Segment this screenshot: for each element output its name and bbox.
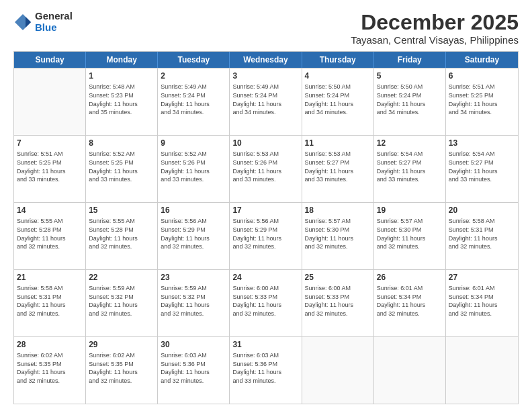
calendar-week: 7Sunrise: 5:51 AM Sunset: 5:25 PM Daylig… xyxy=(14,135,518,202)
calendar-header-day: Friday xyxy=(374,52,446,68)
day-number: 17 xyxy=(232,205,298,216)
day-info: Sunrise: 6:03 AM Sunset: 5:36 PM Dayligh… xyxy=(161,351,226,385)
day-number: 24 xyxy=(232,272,298,283)
day-info: Sunrise: 5:58 AM Sunset: 5:31 PM Dayligh… xyxy=(17,284,83,318)
day-number: 1 xyxy=(89,71,154,81)
calendar-cell: 15Sunrise: 5:55 AM Sunset: 5:28 PM Dayli… xyxy=(86,203,158,269)
calendar-week: 21Sunrise: 5:58 AM Sunset: 5:31 PM Dayli… xyxy=(14,269,518,336)
day-info: Sunrise: 5:55 AM Sunset: 5:28 PM Dayligh… xyxy=(89,217,154,250)
day-number: 3 xyxy=(232,71,298,81)
day-number: 4 xyxy=(305,71,371,81)
day-info: Sunrise: 5:58 AM Sunset: 5:31 PM Dayligh… xyxy=(449,217,515,250)
day-number: 18 xyxy=(305,205,371,216)
day-number: 29 xyxy=(89,339,154,350)
calendar-cell: 14Sunrise: 5:55 AM Sunset: 5:28 PM Dayli… xyxy=(14,203,86,269)
day-info: Sunrise: 5:54 AM Sunset: 5:27 PM Dayligh… xyxy=(377,150,443,183)
day-number: 23 xyxy=(161,272,226,283)
calendar-cell: 21Sunrise: 5:58 AM Sunset: 5:31 PM Dayli… xyxy=(14,270,86,336)
day-info: Sunrise: 6:03 AM Sunset: 5:36 PM Dayligh… xyxy=(232,351,298,385)
day-info: Sunrise: 6:00 AM Sunset: 5:33 PM Dayligh… xyxy=(232,284,298,318)
day-info: Sunrise: 5:50 AM Sunset: 5:24 PM Dayligh… xyxy=(377,83,443,116)
calendar-cell: 28Sunrise: 6:02 AM Sunset: 5:35 PM Dayli… xyxy=(14,337,86,404)
day-info: Sunrise: 5:53 AM Sunset: 5:26 PM Dayligh… xyxy=(232,150,298,183)
day-info: Sunrise: 6:02 AM Sunset: 5:35 PM Dayligh… xyxy=(17,351,83,385)
logo-blue: Blue xyxy=(35,22,73,34)
calendar: SundayMondayTuesdayWednesdayThursdayFrid… xyxy=(13,51,519,404)
calendar-cell: 9Sunrise: 5:52 AM Sunset: 5:26 PM Daylig… xyxy=(158,136,230,202)
day-info: Sunrise: 5:54 AM Sunset: 5:27 PM Dayligh… xyxy=(449,150,515,183)
day-number: 31 xyxy=(232,339,298,350)
calendar-cell xyxy=(302,337,374,404)
page-title: December 2025 xyxy=(351,11,519,34)
day-number: 25 xyxy=(305,272,371,283)
logo: General Blue xyxy=(13,11,73,33)
day-number: 22 xyxy=(89,272,154,283)
calendar-header-day: Tuesday xyxy=(158,52,230,68)
day-number: 8 xyxy=(89,138,154,148)
calendar-cell: 7Sunrise: 5:51 AM Sunset: 5:25 PM Daylig… xyxy=(14,136,86,202)
day-number: 2 xyxy=(161,71,226,81)
calendar-cell xyxy=(14,68,86,135)
day-number: 28 xyxy=(17,339,83,350)
day-number: 7 xyxy=(17,138,83,148)
logo-icon xyxy=(13,13,32,32)
day-number: 26 xyxy=(377,272,443,283)
calendar-week: 14Sunrise: 5:55 AM Sunset: 5:28 PM Dayli… xyxy=(14,202,518,269)
day-number: 14 xyxy=(17,205,83,216)
calendar-cell: 17Sunrise: 5:56 AM Sunset: 5:29 PM Dayli… xyxy=(230,203,302,269)
day-info: Sunrise: 6:01 AM Sunset: 5:34 PM Dayligh… xyxy=(449,284,515,318)
svg-marker-1 xyxy=(26,17,31,28)
calendar-cell: 4Sunrise: 5:50 AM Sunset: 5:24 PM Daylig… xyxy=(302,68,374,135)
calendar-cell: 20Sunrise: 5:58 AM Sunset: 5:31 PM Dayli… xyxy=(446,203,518,269)
day-number: 30 xyxy=(161,339,226,350)
day-number: 12 xyxy=(377,138,443,148)
calendar-cell: 5Sunrise: 5:50 AM Sunset: 5:24 PM Daylig… xyxy=(374,68,446,135)
day-info: Sunrise: 5:53 AM Sunset: 5:27 PM Dayligh… xyxy=(305,150,371,183)
day-info: Sunrise: 5:59 AM Sunset: 5:32 PM Dayligh… xyxy=(89,284,154,318)
calendar-cell: 19Sunrise: 5:57 AM Sunset: 5:30 PM Dayli… xyxy=(374,203,446,269)
calendar-cell: 25Sunrise: 6:00 AM Sunset: 5:33 PM Dayli… xyxy=(302,270,374,336)
day-number: 21 xyxy=(17,272,83,283)
calendar-cell: 24Sunrise: 6:00 AM Sunset: 5:33 PM Dayli… xyxy=(230,270,302,336)
calendar-header-day: Wednesday xyxy=(230,52,302,68)
day-number: 15 xyxy=(89,205,154,216)
day-info: Sunrise: 5:56 AM Sunset: 5:29 PM Dayligh… xyxy=(161,217,226,250)
calendar-week: 28Sunrise: 6:02 AM Sunset: 5:35 PM Dayli… xyxy=(14,336,518,404)
calendar-cell: 31Sunrise: 6:03 AM Sunset: 5:36 PM Dayli… xyxy=(230,337,302,404)
day-info: Sunrise: 5:49 AM Sunset: 5:24 PM Dayligh… xyxy=(232,83,298,116)
day-number: 6 xyxy=(449,71,515,81)
calendar-cell: 12Sunrise: 5:54 AM Sunset: 5:27 PM Dayli… xyxy=(374,136,446,202)
day-info: Sunrise: 5:51 AM Sunset: 5:25 PM Dayligh… xyxy=(17,150,83,183)
day-number: 16 xyxy=(161,205,226,216)
calendar-cell xyxy=(374,337,446,404)
calendar-cell: 22Sunrise: 5:59 AM Sunset: 5:32 PM Dayli… xyxy=(86,270,158,336)
title-block: December 2025 Tayasan, Central Visayas, … xyxy=(351,11,519,46)
calendar-cell: 23Sunrise: 5:59 AM Sunset: 5:32 PM Dayli… xyxy=(158,270,230,336)
calendar-cell: 6Sunrise: 5:51 AM Sunset: 5:25 PM Daylig… xyxy=(446,68,518,135)
day-info: Sunrise: 5:56 AM Sunset: 5:29 PM Dayligh… xyxy=(232,217,298,250)
day-info: Sunrise: 5:52 AM Sunset: 5:26 PM Dayligh… xyxy=(161,150,226,183)
calendar-cell: 8Sunrise: 5:52 AM Sunset: 5:25 PM Daylig… xyxy=(86,136,158,202)
day-number: 5 xyxy=(377,71,443,81)
day-info: Sunrise: 6:01 AM Sunset: 5:34 PM Dayligh… xyxy=(377,284,443,318)
day-info: Sunrise: 5:57 AM Sunset: 5:30 PM Dayligh… xyxy=(377,217,443,250)
day-number: 10 xyxy=(232,138,298,148)
calendar-cell: 29Sunrise: 6:02 AM Sunset: 5:35 PM Dayli… xyxy=(86,337,158,404)
day-info: Sunrise: 5:50 AM Sunset: 5:24 PM Dayligh… xyxy=(305,83,371,116)
calendar-cell: 3Sunrise: 5:49 AM Sunset: 5:24 PM Daylig… xyxy=(230,68,302,135)
calendar-cell: 1Sunrise: 5:48 AM Sunset: 5:23 PM Daylig… xyxy=(86,68,158,135)
page: General Blue December 2025 Tayasan, Cent… xyxy=(0,0,532,411)
day-number: 11 xyxy=(305,138,371,148)
day-number: 9 xyxy=(161,138,226,148)
calendar-cell: 18Sunrise: 5:57 AM Sunset: 5:30 PM Dayli… xyxy=(302,203,374,269)
day-number: 19 xyxy=(377,205,443,216)
calendar-cell: 2Sunrise: 5:49 AM Sunset: 5:24 PM Daylig… xyxy=(158,68,230,135)
logo-text: General Blue xyxy=(35,11,73,33)
day-number: 27 xyxy=(449,272,515,283)
calendar-header: SundayMondayTuesdayWednesdayThursdayFrid… xyxy=(14,52,518,68)
day-info: Sunrise: 5:48 AM Sunset: 5:23 PM Dayligh… xyxy=(89,83,154,116)
calendar-cell: 11Sunrise: 5:53 AM Sunset: 5:27 PM Dayli… xyxy=(302,136,374,202)
calendar-cell: 16Sunrise: 5:56 AM Sunset: 5:29 PM Dayli… xyxy=(158,203,230,269)
calendar-cell xyxy=(446,337,518,404)
day-info: Sunrise: 6:00 AM Sunset: 5:33 PM Dayligh… xyxy=(305,284,371,318)
